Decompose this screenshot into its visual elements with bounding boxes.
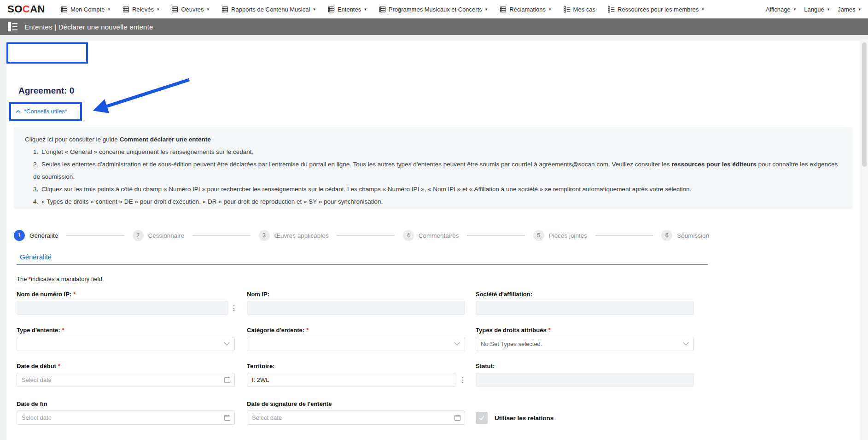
- help-item-3: 3.Cliquez sur les trois points à côté du…: [25, 183, 841, 195]
- wizard-step-oeuvres-applicables[interactable]: 3 Œuvres applicables: [259, 230, 329, 241]
- tab-generalite[interactable]: Généralité: [20, 253, 52, 261]
- categorie-entente-select[interactable]: [247, 337, 465, 351]
- nav-item-rapports[interactable]: Rapports de Contenu Musical ▾: [221, 6, 315, 13]
- chevron-down-icon: [683, 342, 689, 346]
- wizard-step-generalite[interactable]: 1 Généralité: [14, 230, 58, 241]
- wizard-step-soumission[interactable]: 6 Soumission: [661, 230, 709, 241]
- utiliser-relations-checkbox[interactable]: [476, 412, 488, 424]
- date-signature-field[interactable]: [247, 411, 465, 425]
- calendar-icon[interactable]: [224, 414, 231, 423]
- date-debut-field[interactable]: [17, 373, 235, 387]
- conseils-utiles-toggle[interactable]: *Conseils utiles*: [16, 108, 67, 115]
- caret-down-icon: ▾: [157, 7, 159, 12]
- types-droits-multiselect[interactable]: No Set Types selected.: [476, 337, 694, 351]
- step-connector: [467, 235, 524, 236]
- scrollbar-thumb[interactable]: [862, 42, 867, 167]
- caret-down-icon: ▾: [313, 7, 315, 12]
- statut-field[interactable]: [476, 373, 694, 387]
- territoire-field[interactable]: [247, 373, 456, 387]
- caret-down-icon: ▾: [702, 7, 704, 12]
- page-title: Ententes | Déclarer une nouvelle entente: [24, 23, 153, 31]
- nav-item-ressources-membres[interactable]: Ressources pour les membres ▾: [608, 6, 704, 13]
- nav-item-label: Langue: [804, 6, 824, 13]
- ipi-lookup-ellipsis-button[interactable]: ⋮: [230, 305, 238, 311]
- step-label: Pièces jointes: [549, 232, 587, 239]
- nav-item-langue[interactable]: Langue ▾: [804, 6, 829, 13]
- step-number: 1: [14, 230, 25, 241]
- task-list-icon: [564, 6, 571, 13]
- societe-affiliation-field[interactable]: [476, 301, 694, 315]
- annotation-highlight-box: [6, 42, 88, 64]
- nav-item-releves[interactable]: Relevés ▾: [122, 6, 159, 13]
- caret-down-icon: ▾: [485, 7, 488, 12]
- label-societe-affiliation: Société d'affiliation:: [476, 291, 532, 298]
- label-date-debut: Date de début*: [17, 363, 60, 370]
- check-icon: [478, 414, 485, 422]
- nav-item-label: Mes cas: [573, 6, 595, 13]
- step-label: Cessionnaire: [148, 232, 185, 239]
- nav-item-label: Programmes Musicaux et Concerts: [389, 6, 482, 13]
- table-rows-icon: [61, 6, 68, 13]
- socan-logo[interactable]: SOCAN: [7, 3, 45, 15]
- help-item-4: 4.« Types de droits » contient « DE » po…: [25, 195, 841, 208]
- step-connector: [192, 235, 250, 236]
- nav-item-reclamations[interactable]: Réclamations ▾: [500, 6, 551, 13]
- table-rows-icon: [122, 6, 129, 13]
- page-title-bar: Ententes | Déclarer une nouvelle entente: [0, 18, 868, 35]
- nom-numero-ip-field[interactable]: [17, 301, 228, 315]
- logo-text: AN: [30, 3, 45, 15]
- label-type-entente: Type d'entente:*: [17, 327, 64, 334]
- help-guide-link: Comment déclarer une entente: [120, 136, 211, 143]
- label-nom-ip: Nom IP:: [247, 291, 269, 298]
- step-label: Commentaires: [419, 232, 459, 239]
- step-wizard: 1 Généralité 2 Cessionnaire 3 Œuvres app…: [14, 229, 709, 241]
- utiliser-relations-label: Utiliser les relations: [495, 415, 553, 422]
- help-panel: Cliquez ici pour consulter le guide Comm…: [14, 127, 853, 209]
- nav-item-mon-compte[interactable]: Mon Compte ▾: [61, 6, 110, 13]
- caret-down-icon: ▾: [858, 7, 861, 12]
- label-date-signature: Date de signature de l'entente: [247, 400, 332, 407]
- mandatory-field-note: The *indicates a mandatory field.: [17, 276, 104, 282]
- wizard-step-commentaires[interactable]: 4 Commentaires: [403, 230, 459, 241]
- nav-item-label: Rapports de Contenu Musical: [231, 6, 310, 13]
- step-number: 3: [259, 230, 270, 241]
- nav-item-label: Ententes: [338, 6, 361, 13]
- caret-down-icon: ▾: [794, 7, 796, 12]
- step-connector: [595, 235, 653, 236]
- table-rows-icon: [171, 6, 178, 13]
- calendar-icon[interactable]: [454, 414, 461, 423]
- label-types-droits: Types de droits attribués*: [476, 327, 551, 334]
- type-entente-select[interactable]: [17, 337, 235, 351]
- help-intro[interactable]: Cliquez ici pour consulter le guide Comm…: [25, 133, 841, 146]
- calendar-icon[interactable]: [224, 376, 231, 385]
- caret-down-icon: ▾: [549, 7, 551, 12]
- nav-item-mes-cas[interactable]: Mes cas: [564, 6, 595, 13]
- date-fin-field[interactable]: [17, 411, 235, 425]
- nav-item-label: Mon Compte: [70, 6, 105, 13]
- territoire-lookup-ellipsis-button[interactable]: ⋮: [459, 377, 466, 383]
- label-nom-numero-ip: Nom de numéro IP:*: [17, 291, 76, 298]
- nav-item-user-james[interactable]: James ▾: [838, 6, 861, 13]
- nav-item-affichage[interactable]: Affichage ▾: [766, 6, 796, 13]
- label-date-fin: Date de fin: [17, 400, 47, 407]
- step-label: Généralité: [29, 232, 58, 239]
- table-rows-icon: [500, 6, 507, 13]
- nom-ip-field[interactable]: [247, 301, 465, 315]
- ressources-editeurs-text: ressources pour les éditeurs: [671, 161, 757, 168]
- step-connector: [337, 235, 394, 236]
- wizard-step-cessionnaire[interactable]: 2 Cessionnaire: [133, 230, 185, 241]
- chevron-up-icon: [16, 110, 21, 113]
- caret-down-icon: ▾: [827, 7, 830, 12]
- nav-item-label: Affichage: [766, 6, 791, 13]
- help-item-2: 2.Seules les ententes d'administration e…: [25, 158, 841, 183]
- caret-down-icon: ▾: [108, 7, 110, 12]
- nav-item-ententes[interactable]: Ententes ▾: [328, 6, 367, 13]
- nav-item-oeuvres[interactable]: Oeuvres ▾: [171, 6, 209, 13]
- types-droits-value: No Set Types selected.: [481, 340, 542, 347]
- table-rows-icon: [221, 6, 228, 13]
- top-navigation-bar: SOCAN Mon Compte ▾ Relevés ▾ Oeuvres ▾ R…: [0, 0, 868, 18]
- wizard-step-pieces-jointes[interactable]: 5 Pièces jointes: [533, 230, 587, 241]
- tab-underline: [17, 264, 708, 265]
- table-rows-icon: [328, 6, 335, 13]
- nav-item-programmes[interactable]: Programmes Musicaux et Concerts ▾: [379, 6, 488, 13]
